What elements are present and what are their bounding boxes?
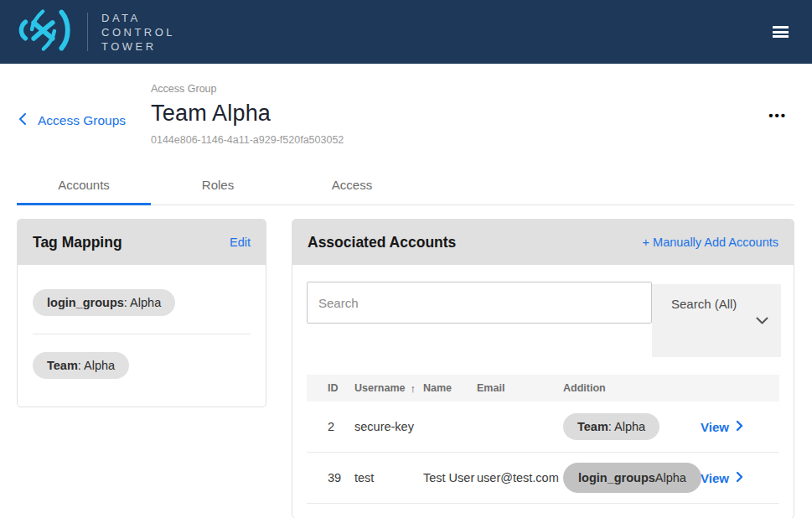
cell-id: 2: [328, 420, 354, 433]
tab-accounts[interactable]: Accounts: [17, 168, 151, 205]
associated-accounts-header: Associated Accounts + Manually Add Accou…: [292, 220, 794, 265]
tag-pill: Team: Alpha: [33, 352, 129, 379]
chevron-right-icon: [736, 420, 743, 434]
entity-type-label: Access Group: [151, 83, 344, 95]
tag-key: Team: [47, 359, 78, 372]
table-footer-space: [307, 504, 779, 518]
view-account-button[interactable]: View: [688, 471, 779, 485]
cell-username: test: [354, 471, 423, 484]
chevron-left-icon: [18, 112, 27, 129]
tab-roles[interactable]: Roles: [151, 168, 285, 205]
column-header-email: Email: [477, 382, 563, 394]
tag-mapping-body: login_groups: Alpha Team: Alpha: [18, 265, 266, 407]
tab-bar: Accounts Roles Access: [17, 168, 794, 205]
tag-mapping-title: Tag Mapping: [33, 234, 122, 251]
breadcrumb-back-link[interactable]: Access Groups: [18, 112, 126, 129]
hamburger-menu-icon[interactable]: [771, 21, 790, 44]
edit-tags-button[interactable]: Edit: [230, 236, 251, 249]
tag-value: Alpha: [130, 296, 161, 309]
cell-email: user@test.com: [477, 471, 563, 484]
search-scope-label: Search (All): [671, 297, 737, 311]
brand-line-2: CONTROL: [101, 25, 175, 39]
account-row: 2 secure-key Team: Alpha View: [307, 401, 779, 453]
column-header-name: Name: [423, 382, 477, 394]
cell-id: 39: [328, 471, 354, 484]
tab-access[interactable]: Access: [285, 168, 419, 205]
addition-tag-pill: Team: Alpha: [563, 413, 659, 440]
column-header-addition: Addition: [563, 382, 688, 394]
brand-wordmark: DATA CONTROL TOWER: [101, 11, 175, 54]
search-row: Search (All): [307, 282, 779, 375]
view-account-button[interactable]: View: [688, 420, 779, 434]
manually-add-accounts-button[interactable]: + Manually Add Accounts: [643, 236, 778, 249]
app-bar: DATA CONTROL TOWER: [0, 0, 812, 64]
accounts-table-header: ID Username ↑ Name Email Addition: [307, 375, 779, 401]
breadcrumb-label: Access Groups: [38, 113, 126, 128]
associated-accounts-title: Associated Accounts: [308, 234, 456, 251]
tag-separator: :: [78, 359, 84, 372]
brand-line-1: DATA: [101, 11, 175, 25]
page-header: Access Groups Access Group Team Alpha 01…: [0, 64, 812, 168]
associated-accounts-card: Associated Accounts + Manually Add Accou…: [292, 219, 794, 518]
account-row: 39 test Test User user@test.com login_gr…: [307, 453, 779, 504]
cell-addition: login_groupsAlpha: [563, 463, 688, 493]
brand-divider: [87, 13, 88, 51]
tag-value: Alpha: [614, 420, 645, 433]
tag-key: login_groups: [47, 296, 124, 309]
more-options-icon[interactable]: •••: [768, 108, 787, 122]
tag-divider: [33, 334, 251, 334]
tag-separator: :: [608, 420, 614, 433]
sort-ascending-icon: ↑: [410, 382, 416, 395]
tag-pill: login_groups: Alpha: [33, 289, 175, 316]
column-header-id: ID: [328, 382, 354, 394]
chevron-right-icon: [736, 471, 743, 485]
content-area: Tag Mapping Edit login_groups: Alpha Tea…: [17, 219, 794, 518]
brand-line-3: TOWER: [101, 39, 175, 54]
dct-logo-icon: [7, 5, 79, 59]
title-block: Access Group Team Alpha 0144e806-1146-4a…: [151, 83, 344, 146]
tag-key: Team: [577, 420, 608, 433]
tag-value: Alpha: [84, 359, 115, 372]
page-title: Team Alpha: [151, 101, 344, 127]
view-label: View: [701, 420, 729, 434]
column-header-username-label: Username: [354, 382, 405, 394]
search-input[interactable]: [307, 282, 652, 324]
addition-tag-pill: login_groupsAlpha: [563, 463, 701, 493]
chevron-down-icon[interactable]: [756, 313, 768, 328]
tag-key: login_groups: [578, 471, 655, 484]
cell-name: Test User: [423, 471, 477, 484]
associated-accounts-body: Search (All) ID Username ↑ Name Email Ad…: [292, 265, 794, 518]
view-label: View: [701, 471, 729, 485]
cell-username: secure-key: [354, 420, 423, 433]
tag-mapping-card: Tag Mapping Edit login_groups: Alpha Tea…: [17, 219, 266, 407]
search-scope-select[interactable]: Search (All): [652, 284, 781, 357]
tag-value: Alpha: [655, 471, 686, 484]
cell-addition: Team: Alpha: [563, 413, 688, 440]
entity-uuid: 0144e806-1146-4a11-a929-f520fa503052: [151, 134, 344, 146]
tag-mapping-header: Tag Mapping Edit: [18, 220, 266, 265]
column-header-username[interactable]: Username ↑: [354, 382, 423, 395]
